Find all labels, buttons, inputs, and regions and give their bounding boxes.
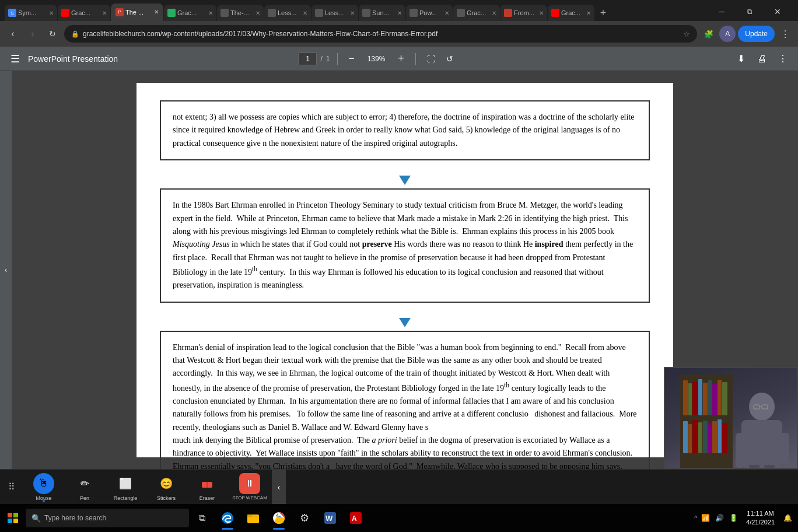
tab-2[interactable]: Grac... ✕ [58,5,110,21]
pdf-page-nav: / 1 [298,52,330,65]
pdf-scroll-area[interactable]: not extent; 3) all we possess are copies… [12,71,798,469]
tab-3-close[interactable]: ✕ [154,9,159,15]
address-bar[interactable]: 🔒 ☆ [64,25,697,43]
tab-6[interactable]: Less... ✕ [264,5,311,21]
tab-10-close[interactable]: ✕ [492,10,496,16]
new-tab-button[interactable]: + [595,5,611,21]
extensions-button[interactable]: 🧩 [701,26,717,42]
tab-7-close[interactable]: ✕ [350,10,355,16]
pdf-content-area: ‹ not extent; 3) all we possess are copi… [0,71,798,469]
toolbar-stickers-button[interactable]: 😊 Stickers [146,470,187,505]
tray-network-icon[interactable]: 📶 [699,512,711,524]
svg-rect-17 [708,380,712,415]
svg-rect-21 [683,421,688,453]
tab-11-close[interactable]: ✕ [539,10,544,16]
tab-7-label: Less... [325,9,348,16]
svg-rect-34 [8,519,12,523]
toolbar-pen-button[interactable]: ✏ Pen [64,470,105,505]
menu-button[interactable]: ⋮ [777,26,793,42]
tab-6-close[interactable]: ✕ [303,10,307,16]
tray-chevron[interactable]: ^ [694,515,697,522]
svg-text:A: A [352,514,357,523]
svg-rect-13 [688,383,692,415]
toolbar-eraser-button[interactable]: Eraser [187,470,228,505]
tab-4[interactable]: Grac... ✕ [164,5,216,21]
tab-4-close[interactable]: ✕ [208,10,213,16]
pdf-zoom-out-button[interactable]: − [345,52,359,66]
presentation-toolbar: ⠿ 🖱 Mouse ✏ Pen ⬜ Rectangle 😊 Stickers [0,469,798,504]
back-button[interactable]: ‹ [5,26,21,42]
svg-rect-31 [206,482,208,488]
toolbar-collapse-button[interactable]: ‹ [272,470,286,505]
tab-12-label: Grac... [561,9,584,16]
pdf-more-button[interactable]: ⋮ [775,51,791,67]
tab-3-active[interactable]: P The ... ✕ [111,4,163,21]
tab-10[interactable]: Grac... ✕ [453,5,500,21]
svg-rect-35 [13,519,18,523]
taskbar-explorer-icon[interactable] [240,504,266,532]
pdf-menu-button[interactable]: ☰ [7,51,23,67]
pen-label: Pen [80,495,89,501]
superscript-th-2: th [504,382,509,389]
restore-button[interactable]: ⧉ [736,2,763,21]
sidebar-collapse-button[interactable]: ‹ [0,71,12,469]
task-view-button[interactable]: ⧉ [189,504,215,532]
tab-1[interactable]: S Sym... ✕ [5,5,57,21]
pdf-zoom-in-button[interactable]: + [394,52,408,66]
tab-12[interactable]: Grac... ✕ [548,5,594,21]
svg-rect-12 [683,380,688,415]
pdf-rotate-button[interactable]: ↺ [442,51,458,67]
svg-rect-16 [703,383,708,415]
toolbar-stop-webcam-button[interactable]: ⏸ STOP WEBCAM [228,470,272,505]
tab-8-close[interactable]: ✕ [397,10,402,16]
misquoting-jesus-italic: Misquoting Jesus [173,240,230,249]
tab-5-close[interactable]: ✕ [256,10,260,16]
svg-rect-7 [764,465,775,468]
taskbar-settings-icon[interactable]: ⚙ [292,504,317,532]
toolbar-mouse-button[interactable]: 🖱 Mouse [23,470,64,505]
svg-rect-22 [688,424,692,453]
taskbar-word-icon[interactable]: W [317,504,343,532]
profile-button[interactable]: A [719,26,736,42]
tray-battery-icon[interactable]: 🔋 [727,512,739,524]
tab-7[interactable]: Less... ✕ [312,5,358,21]
pdf-page-input[interactable] [298,52,317,65]
tab-9[interactable]: Pow... ✕ [406,5,453,21]
grid-dots-button[interactable]: ⠿ [0,470,23,505]
tray-date: 4/21/2021 [746,518,775,527]
taskbar-edge-icon[interactable] [215,504,240,532]
tab-12-close[interactable]: ✕ [586,10,591,16]
tab-8-label: Sun... [372,9,396,16]
taskbar-chrome-icon[interactable] [266,504,292,532]
refresh-button[interactable]: ↻ [44,26,61,42]
taskbar-acrobat-icon[interactable]: A [343,504,369,532]
pdf-divider-1 [337,53,338,65]
update-button[interactable]: Update [738,26,775,42]
tab-1-close[interactable]: ✕ [49,10,54,16]
pdf-fit-page-button[interactable]: ⛶ [423,51,439,67]
tray-notification-icon[interactable]: 🔔 [782,512,793,524]
toolbar-rectangle-button[interactable]: ⬜ Rectangle [105,470,146,505]
tray-time-date[interactable]: 11:11 AM 4/21/2021 [741,509,779,527]
minimize-button[interactable]: ─ [708,2,735,21]
tray-volume-icon[interactable]: 🔊 [713,512,725,524]
pdf-page-separator: / [320,55,322,63]
url-input[interactable] [83,30,680,38]
tab-9-close[interactable]: ✕ [444,10,449,16]
tab-2-close[interactable]: ✕ [102,10,107,16]
start-button[interactable] [0,504,26,532]
pdf-download-button[interactable]: ⬇ [733,51,749,67]
tab-5-label: The-... [230,9,254,16]
taskbar-search-bar[interactable]: 🔍 Type here to search [26,509,189,527]
video-overlay [664,367,798,469]
pdf-toolbar: ☰ PowerPoint Presentation / 1 − 139% + ⛶… [0,47,798,71]
tab-8[interactable]: Sun... ✕ [359,5,405,21]
svg-rect-26 [708,424,712,453]
pdf-print-button[interactable]: 🖨 [754,51,770,67]
tab-11[interactable]: From... ✕ [501,5,547,21]
svg-rect-25 [703,421,708,453]
forward-button[interactable]: › [24,26,41,42]
tab-5[interactable]: The-... ✕ [217,5,264,21]
close-button[interactable]: ✕ [764,2,791,21]
bookmark-icon[interactable]: ☆ [683,30,690,38]
